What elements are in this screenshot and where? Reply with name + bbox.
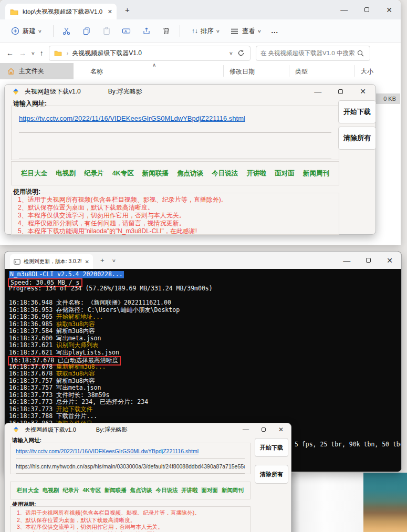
address-chevron-icon[interactable]: ∨ bbox=[229, 51, 233, 56]
minimize-icon[interactable]: — bbox=[243, 426, 249, 433]
explorer-list-header: 主文件夹 名称 ∧ 修改日期 类型 大小 bbox=[0, 63, 401, 79]
sort-button-label: 排序 bbox=[201, 27, 214, 36]
sidebar-item-home[interactable]: 主文件夹 bbox=[0, 63, 74, 79]
minimize-icon[interactable]: — bbox=[343, 257, 350, 264]
share-icon[interactable] bbox=[142, 26, 151, 36]
category-link[interactable]: 开讲啦 bbox=[247, 169, 267, 178]
terminal-log-line: 16:18:36.985 获取m3u8内容 bbox=[9, 321, 401, 328]
downloader2-titlebar[interactable]: 央视网超级下载v1.0 By:浮光略影 — ✕ bbox=[5, 423, 291, 436]
copy-icon[interactable] bbox=[82, 26, 91, 36]
category-links-box: 栏目大全电视剧纪录片4K专区新闻联播焦点访谈今日说法开讲啦面对面新闻周刊 bbox=[11, 161, 339, 185]
cut-icon[interactable] bbox=[62, 26, 71, 36]
start-download-button[interactable]: 开始下载 bbox=[255, 438, 288, 457]
maximize-icon[interactable] bbox=[366, 258, 371, 263]
category-link[interactable]: 纪录片 bbox=[62, 487, 79, 494]
maximize-icon[interactable] bbox=[338, 89, 343, 94]
terminal-log-line: 16:18:37.757 解析m3u8内容 bbox=[9, 378, 401, 385]
category-link[interactable]: 电视剧 bbox=[56, 169, 76, 178]
clear-all-button[interactable]: 清除所有 bbox=[255, 465, 288, 484]
terminal-log-line: 16:18:37.788 下载首分片... bbox=[9, 413, 401, 420]
ffmpeg-output-fragment: 5 fps, 25 tbr, 90k tbn, 50 tbc bbox=[295, 441, 402, 448]
url-row-1[interactable]: https://tv.cctv.com/2022/11/16/VIDEKeesG… bbox=[19, 106, 331, 133]
downloader1-titlebar[interactable]: 央视网超级下载v1.0 By:浮光略影 — ✕ bbox=[5, 85, 375, 98]
more-options-button[interactable]: ... bbox=[268, 24, 281, 38]
column-divider[interactable] bbox=[223, 65, 224, 77]
tab-close-icon[interactable]: ✕ bbox=[108, 8, 112, 15]
search-icon[interactable] bbox=[356, 48, 366, 58]
column-header-name[interactable]: 名称 bbox=[90, 67, 103, 76]
category-link[interactable]: 纪录片 bbox=[84, 169, 104, 178]
category-link[interactable]: 电视剧 bbox=[43, 487, 59, 494]
sort-button[interactable]: ↑↓ 排序 ∨ bbox=[189, 24, 223, 39]
terminal-log-line: 16:18:37.621 写出playLists.json bbox=[9, 349, 401, 357]
category-link[interactable]: 4K专区 bbox=[82, 487, 100, 494]
main-url-link[interactable]: https://tv.cctv.com/2022/11/16/VIDEKeesG… bbox=[19, 114, 331, 122]
back-icon[interactable]: ← bbox=[6, 49, 14, 57]
category-link[interactable]: 焦点访谈 bbox=[130, 487, 152, 494]
tab-dropdown-icon[interactable]: ∨ bbox=[112, 258, 116, 263]
instruction-line: 2、默认保存位置为桌面，默认下载最高清晰度。 bbox=[18, 204, 332, 212]
address-bar[interactable]: › 央视视频超级下载器V1.0 ∨ bbox=[49, 46, 251, 61]
view-list-icon bbox=[230, 26, 239, 36]
breadcrumb[interactable]: 央视视频超级下载器V1.0 bbox=[72, 49, 226, 58]
category-link[interactable]: 栏目大全 bbox=[17, 487, 39, 494]
category-link[interactable]: 面对面 bbox=[202, 487, 218, 494]
category-link[interactable]: 今日说法 bbox=[212, 169, 238, 178]
search-input[interactable]: 在 央视视频超级下载器V1.0 中搜索 bbox=[256, 46, 370, 61]
column-divider[interactable] bbox=[289, 65, 289, 77]
category-link[interactable]: 今日说法 bbox=[155, 487, 178, 494]
view-button[interactable]: 查看 ∨ bbox=[227, 23, 264, 39]
downloader-byline: By:浮光略影 bbox=[96, 426, 128, 434]
category-link[interactable]: 焦点访谈 bbox=[177, 169, 203, 178]
column-header-size[interactable]: 大小 bbox=[361, 67, 373, 76]
history-chevron-icon[interactable]: ∨ bbox=[31, 51, 35, 56]
downloader-window-1: 央视网超级下载v1.0 By:浮光略影 — ✕ 请输入网址: https://t… bbox=[4, 84, 376, 235]
column-divider[interactable] bbox=[354, 65, 355, 77]
terminal-titlebar[interactable]: 检测到更新，版本: 3.0.2! 新版 ✕ + ∨ — ✕ bbox=[5, 252, 401, 269]
resolved-url-text[interactable]: https://hls.cntv.myhwcdn.cn/asp/hls/main… bbox=[16, 463, 245, 470]
url-row-1[interactable]: https://tv.cctv.com/2022/11/16/VIDEKeesG… bbox=[16, 443, 245, 458]
category-link[interactable]: 新闻联播 bbox=[105, 487, 127, 494]
maximize-icon[interactable] bbox=[262, 427, 266, 432]
new-button[interactable]: 新建 ∨ bbox=[7, 23, 45, 39]
refresh-icon[interactable] bbox=[236, 48, 246, 58]
url-input-box[interactable]: https://tv.cctv.com/2022/11/16/VIDEKeesG… bbox=[11, 106, 339, 160]
forward-icon[interactable]: → bbox=[19, 49, 26, 57]
close-icon[interactable]: ✕ bbox=[360, 88, 366, 95]
new-tab-button[interactable]: + bbox=[100, 256, 105, 264]
paste-icon[interactable] bbox=[102, 26, 111, 36]
category-link[interactable]: 新闻周刊 bbox=[303, 169, 329, 178]
rename-icon[interactable]: A bbox=[122, 26, 131, 36]
explorer-tab-title: ktop\央视视频超级下载器V1.0 bbox=[23, 8, 102, 16]
category-link[interactable]: 新闻周刊 bbox=[222, 487, 244, 494]
up-icon[interactable]: ↑ bbox=[40, 49, 44, 57]
minimize-icon[interactable]: — bbox=[314, 88, 321, 95]
category-link[interactable]: 开讲啦 bbox=[181, 487, 198, 494]
close-icon[interactable]: ✕ bbox=[278, 426, 284, 433]
tab-close-icon[interactable]: ✕ bbox=[85, 259, 89, 265]
close-icon[interactable]: ✕ bbox=[387, 257, 393, 264]
close-icon[interactable]: ✕ bbox=[386, 6, 392, 14]
desktop-wallpaper-beach bbox=[363, 473, 407, 532]
column-header-type[interactable]: 类型 bbox=[295, 67, 308, 76]
new-tab-button[interactable]: + bbox=[125, 5, 130, 14]
category-links: 栏目大全电视剧纪录片4K专区新闻联播焦点访谈今日说法开讲啦面对面新闻周刊 bbox=[12, 162, 339, 185]
maximize-icon[interactable] bbox=[364, 7, 369, 12]
terminal-tab[interactable]: 检测到更新，版本: 3.0.2! 新版 ✕ bbox=[10, 254, 93, 269]
url-row-2[interactable] bbox=[19, 133, 331, 159]
category-link[interactable]: 新闻联播 bbox=[142, 169, 169, 178]
delete-icon[interactable] bbox=[162, 26, 171, 36]
category-link[interactable]: 4K专区 bbox=[112, 169, 134, 178]
minimize-icon[interactable]: — bbox=[340, 6, 348, 14]
main-url-link[interactable]: https://tv.cctv.com/2022/11/16/VIDEKeesG… bbox=[16, 448, 245, 454]
url-input-box[interactable]: https://tv.cctv.com/2022/11/16/VIDEKeesG… bbox=[10, 443, 251, 474]
column-header-date[interactable]: 修改日期 bbox=[229, 67, 255, 76]
terminal-log-line: 16:18:37.773 总分片: 234, 已选择分片: 234 bbox=[9, 399, 401, 406]
terminal-log-line: 16:18:37.757 写出meta.json bbox=[9, 384, 401, 392]
clear-all-button[interactable]: 清除所有 bbox=[338, 127, 376, 150]
category-link[interactable]: 栏目大全 bbox=[21, 169, 47, 178]
category-link[interactable]: 面对面 bbox=[275, 169, 295, 178]
start-download-button[interactable]: 开始下载 bbox=[338, 100, 376, 123]
url-row-2[interactable]: https://hls.cntv.myhwcdn.cn/asp/hls/main… bbox=[16, 458, 245, 474]
explorer-tab[interactable]: ktop\央视视频超级下载器V1.0 ✕ bbox=[5, 4, 117, 19]
